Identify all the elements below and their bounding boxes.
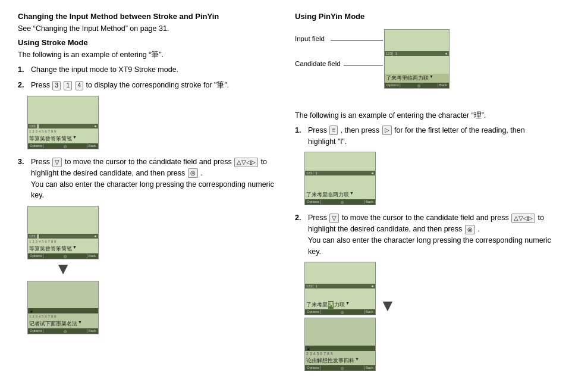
pinyin-steps: 1. Press ≡ , then press ▷ for for the fi… <box>295 125 554 148</box>
phone-step3b: 📱 1 2 3 4 5 6 7 8 9 记者试下面墨架名法 ▼ Options│… <box>27 281 99 334</box>
key-1: 1 <box>64 81 72 90</box>
pinyin-step2-list: 2. Press ▽ to move the cursor to the can… <box>295 212 554 257</box>
left-column: Changing the Input Method between Stroke… <box>18 12 277 377</box>
down-arrow-icon: ▼ <box>55 259 71 278</box>
right-body: The following is an example of entering … <box>295 110 554 121</box>
pinyin-step-1: 1. Press ≡ , then press ▷ for for the fi… <box>295 125 554 148</box>
right-phone-step1: 123│ 1 ◄ 了来考里临两力联 ▼ Options│ ◎ │Back <box>295 152 554 205</box>
right-phones-step2: 123│ 1 ◄ 了来考里两力联 ▼ Options│ ◎ <box>295 262 554 373</box>
phone-options-row: Options│ ◎ │Back <box>28 143 98 149</box>
phone-chinese-row: 等算笑曾答笨简笔 ▼ <box>28 134 98 143</box>
annotated-diagram: 123│ 1 ◄ 了来考里临两力联 ▼ Options│ ◎ │Back <box>295 23 450 101</box>
right-arrow-key: ▷ <box>382 126 392 135</box>
section2-title: Using Stroke Mode <box>18 38 277 47</box>
menu-key: ≡ <box>329 126 338 135</box>
section1-title: Changing the Input Method between Stroke… <box>18 12 277 21</box>
step-1: 1. Change the input mode to XT9 Stroke m… <box>18 64 277 76</box>
pinyin-step2-content: Press ▽ to move the cursor to the candid… <box>308 212 554 257</box>
input-field-label: Input field <box>295 34 325 43</box>
step2-num: 2. <box>18 80 27 91</box>
step1-text: Change the input mode to XT9 Stroke mode… <box>31 64 277 76</box>
stroke-steps: 1. Change the input mode to XT9 Stroke m… <box>18 64 277 92</box>
step3-press: Press <box>31 158 50 166</box>
step3-text4: . <box>200 169 202 177</box>
step3-content: Press ▽ to move the cursor to the candid… <box>31 156 277 201</box>
phone-top-status: 123│▌ ◄ <box>28 124 98 128</box>
right-section-title: Using PinYin Mode <box>295 12 554 21</box>
pinyin-step2-num: 2. <box>295 212 304 257</box>
annotated-phone: 123│ 1 ◄ 了来考里临两力联 ▼ Options│ ◎ │Back <box>384 29 450 89</box>
phone-wrapper-step3: 123│▌ ◄ 1 2 3 4 5 6 7 8 9 等算笑曾答笨简笔 ▼ Opt… <box>27 206 277 334</box>
step3-text2: to move the cursor to the candidate fiel… <box>65 158 234 166</box>
nav-down-key: ▽ <box>52 158 62 167</box>
pinyin-step2-press: Press <box>308 214 327 222</box>
pinyin-ok-key: ◎ <box>465 225 475 234</box>
phone-wrapper-step2: 123│▌ ◄ 1 2 3 4 5 6 7 8 9 等算笑曾答笨简笔 ▼ Opt… <box>27 96 277 149</box>
right-column: Using PinYin Mode 123│ 1 ◄ 了来考里临两力联 ▼ <box>295 12 554 377</box>
section1-body: See “Changing the Input Method” on page … <box>18 23 277 35</box>
section2-body: The following is an example of entering … <box>18 49 277 61</box>
stroke-step3-list: 3. Press ▽ to move the cursor to the can… <box>18 156 277 201</box>
pinyin-step1-content: Press ≡ , then press ▷ for for the first… <box>308 125 554 148</box>
phone-step3a: 123│▌ ◄ 1 2 3 4 5 6 7 8 9 等算笑曾答笨简笔 ▼ Opt… <box>27 206 99 259</box>
step2-text2: to display the corresponding stroke for … <box>86 81 230 89</box>
pinyin-step1-press: Press <box>308 126 327 134</box>
step1-num: 1. <box>18 64 27 76</box>
phone-step2: 123│▌ ◄ 1 2 3 4 5 6 7 8 9 等算笑曾答笨简笔 ▼ Opt… <box>27 96 99 149</box>
step-3: 3. Press ▽ to move the cursor to the can… <box>18 156 277 201</box>
candidate-field-label: Candidate field <box>295 59 341 68</box>
pinyin-step-2: 2. Press ▽ to move the cursor to the can… <box>295 212 554 257</box>
right-down-arrow-icon: ▼ <box>379 296 396 315</box>
ok-key: ◎ <box>188 168 198 178</box>
step3-text5: You can also enter the character long pr… <box>31 180 274 200</box>
key-3: 3 <box>52 81 61 90</box>
phone-with-arrow: 123│▌ ◄ 1 2 3 4 5 6 7 8 9 等算笑曾答笨简笔 ▼ Opt… <box>27 206 99 259</box>
step2-press: Press <box>31 81 50 89</box>
step2-content: Press 3 1 4 to display the corresponding… <box>31 80 277 91</box>
key-4: 4 <box>76 81 84 90</box>
nav-keys: △▽◁▷ <box>234 158 258 167</box>
step3-num: 3. <box>18 156 27 201</box>
pinyin-step1-num: 1. <box>295 125 304 148</box>
step-2: 2. Press 3 1 4 to display the correspond… <box>18 80 277 91</box>
pinyin-nav-down: ▽ <box>329 214 339 223</box>
pinyin-nav-keys: △▽◁▷ <box>511 214 535 223</box>
